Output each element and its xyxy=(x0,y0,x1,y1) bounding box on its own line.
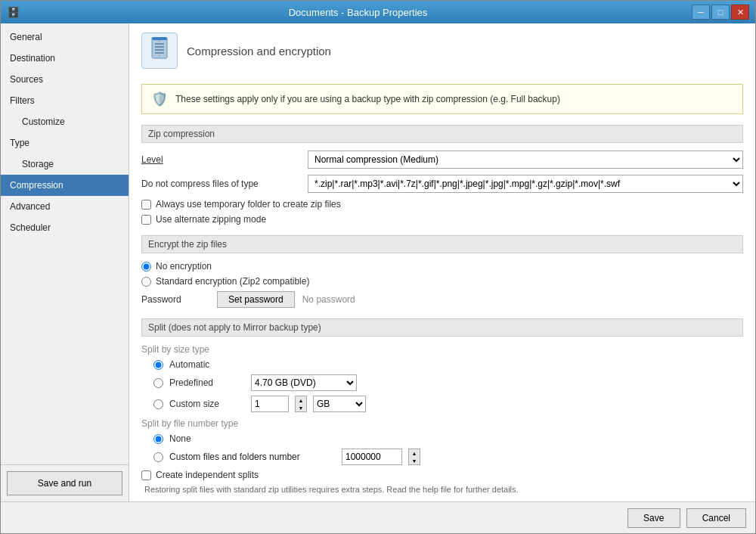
info-box: 🛡️ These settings apply only if you are … xyxy=(141,84,743,114)
content-header: Compression and encryption xyxy=(141,33,743,75)
level-select[interactable]: Normal compression (Medium) No compressi… xyxy=(308,151,743,169)
sidebar-item-advanced[interactable]: Advanced xyxy=(1,196,129,217)
save-and-run-button[interactable]: Save and run xyxy=(7,471,122,495)
no-password-text: No password xyxy=(302,294,355,305)
alt-zip-checkbox[interactable] xyxy=(141,215,151,225)
no-compress-label: Do not compress files of type xyxy=(141,179,308,189)
window-controls: ─ □ ✕ xyxy=(692,5,749,20)
create-independent-row: Create independent splits xyxy=(141,470,743,480)
predefined-label: Predefined xyxy=(169,377,245,388)
window-title: Documents - Backup Properties xyxy=(24,7,692,18)
standard-enc-radio[interactable] xyxy=(141,277,151,287)
alt-zip-row: Use alternate zipping mode xyxy=(141,214,743,225)
no-encryption-row: No encryption xyxy=(141,261,743,272)
standard-enc-label: Standard encryption (Zip2 compatible) xyxy=(156,276,309,287)
level-label: Level xyxy=(141,154,308,165)
none-radio[interactable] xyxy=(153,434,163,444)
compression-icon xyxy=(141,33,178,69)
sidebar-item-customize[interactable]: Customize xyxy=(1,111,129,132)
custom-files-input[interactable]: 1000000 xyxy=(342,449,402,465)
content-panel: Compression and encryption 🛡️ These sett… xyxy=(129,23,755,501)
maximize-button[interactable]: □ xyxy=(711,5,730,20)
create-independent-checkbox[interactable] xyxy=(141,470,151,480)
automatic-label: Automatic xyxy=(169,359,245,370)
file-count-spinner: ▲ ▼ xyxy=(408,449,420,465)
no-compress-select[interactable]: *.zip|*.rar|*.mp3|*.avi|*.7z|*.gif|*.png… xyxy=(308,175,743,193)
predefined-select[interactable]: 4.70 GB (DVD) 700 MB (CD) 1.44 MB (Flopp… xyxy=(251,374,357,391)
sidebar-item-destination[interactable]: Destination xyxy=(1,48,129,69)
sidebar-bottom: Save and run xyxy=(1,464,129,501)
encrypt-header: Encrypt the zip files xyxy=(141,235,743,253)
zip-compression-section: Zip compression Level Normal compression… xyxy=(141,125,743,225)
size-unit-select[interactable]: GB MB KB xyxy=(313,396,366,412)
cancel-button[interactable]: Cancel xyxy=(686,508,746,528)
level-row: Level Normal compression (Medium) No com… xyxy=(141,151,743,169)
none-label: None xyxy=(169,433,245,444)
encrypt-section: Encrypt the zip files No encryption Stan… xyxy=(141,235,743,308)
always-temp-label: Always use temporary folder to create zi… xyxy=(156,199,341,210)
split-note: Restoring split files with standard zip … xyxy=(144,485,743,494)
custom-size-input[interactable] xyxy=(251,396,289,412)
app-window: 🗄️ Documents - Backup Properties ─ □ ✕ G… xyxy=(0,0,756,534)
footer: Save Cancel xyxy=(1,501,755,533)
spinner-down[interactable]: ▼ xyxy=(296,404,306,411)
predefined-row: Predefined 4.70 GB (DVD) 700 MB (CD) 1.4… xyxy=(141,374,743,391)
custom-size-row: Custom size ▲ ▼ GB MB KB xyxy=(141,396,743,412)
sidebar-item-sources[interactable]: Sources xyxy=(1,69,129,90)
zip-compression-header: Zip compression xyxy=(141,125,743,143)
none-row: None xyxy=(141,433,743,444)
always-temp-checkbox[interactable] xyxy=(141,200,151,210)
app-icon: 🗄️ xyxy=(7,6,20,18)
info-message: These settings apply only if you are usi… xyxy=(175,94,560,104)
split-header: Split (does not apply to Mirror backup t… xyxy=(141,318,743,337)
predefined-radio[interactable] xyxy=(153,378,163,388)
alt-zip-label: Use alternate zipping mode xyxy=(156,214,266,225)
password-row: Password Set password No password xyxy=(141,291,743,308)
custom-size-radio[interactable] xyxy=(153,399,163,409)
svg-rect-1 xyxy=(152,37,167,40)
file-count-spinner-down[interactable]: ▼ xyxy=(409,457,420,464)
custom-size-spinner: ▲ ▼ xyxy=(295,396,307,412)
no-encryption-label: No encryption xyxy=(156,261,212,272)
set-password-button[interactable]: Set password xyxy=(217,291,295,308)
sidebar-item-scheduler[interactable]: Scheduler xyxy=(1,217,129,238)
save-button[interactable]: Save xyxy=(627,508,680,528)
close-button[interactable]: ✕ xyxy=(731,5,749,20)
split-section: Split (does not apply to Mirror backup t… xyxy=(141,318,743,494)
sidebar-item-compression[interactable]: Compression xyxy=(1,175,129,196)
create-independent-label: Create independent splits xyxy=(156,470,259,480)
custom-size-label: Custom size xyxy=(169,399,245,409)
by-size-label: Split by size type xyxy=(141,344,743,355)
spinner-up[interactable]: ▲ xyxy=(296,396,306,404)
file-count-spinner-up[interactable]: ▲ xyxy=(409,449,420,457)
info-icon: 🛡️ xyxy=(151,91,168,107)
titlebar: 🗄️ Documents - Backup Properties ─ □ ✕ xyxy=(1,1,755,23)
no-compress-row: Do not compress files of type *.zip|*.ra… xyxy=(141,175,743,193)
sidebar-item-filters[interactable]: Filters xyxy=(1,90,129,111)
always-temp-row: Always use temporary folder to create zi… xyxy=(141,199,743,210)
sidebar-item-storage[interactable]: Storage xyxy=(1,154,129,175)
no-encryption-radio[interactable] xyxy=(141,262,151,272)
custom-files-label: Custom files and folders number xyxy=(169,452,336,462)
custom-files-radio[interactable] xyxy=(153,452,163,462)
content-title: Compression and encryption xyxy=(187,45,331,57)
custom-files-row: Custom files and folders number 1000000 … xyxy=(141,449,743,465)
password-label: Password xyxy=(141,294,217,305)
by-file-label: Split by file number type xyxy=(141,418,743,429)
sidebar-item-general[interactable]: General xyxy=(1,26,129,48)
sidebar: General Destination Sources Filters Cust… xyxy=(1,23,129,501)
main-area: General Destination Sources Filters Cust… xyxy=(1,23,755,501)
sidebar-item-type[interactable]: Type xyxy=(1,132,129,154)
automatic-row: Automatic xyxy=(141,359,743,370)
minimize-button[interactable]: ─ xyxy=(692,5,710,20)
standard-enc-row: Standard encryption (Zip2 compatible) xyxy=(141,276,743,287)
automatic-radio[interactable] xyxy=(153,360,163,370)
